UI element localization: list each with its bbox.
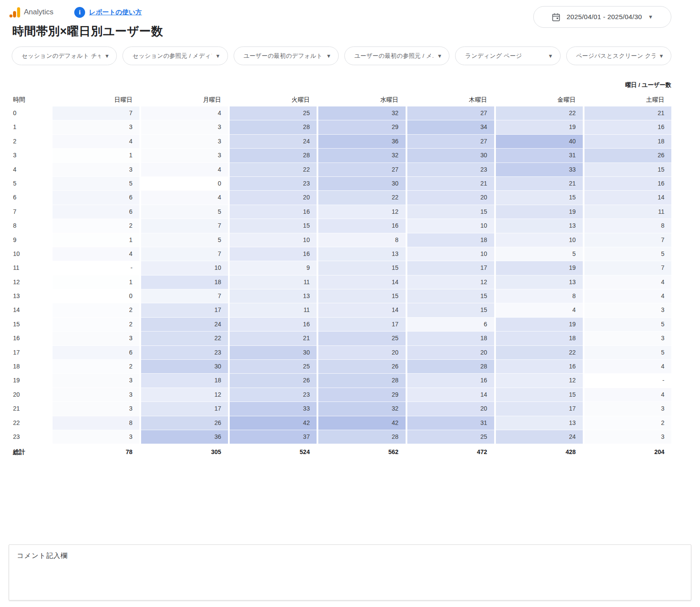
pivot-cell[interactable]: 13 — [496, 416, 583, 430]
pivot-cell[interactable]: 42 — [230, 416, 317, 430]
pivot-cell[interactable]: 26 — [318, 360, 405, 374]
pivot-cell[interactable]: 2 — [53, 360, 139, 374]
help-link[interactable]: レポートの使い方 — [89, 8, 142, 17]
pivot-cell[interactable]: 19 — [496, 205, 583, 219]
pivot-cell[interactable]: 7 — [141, 219, 228, 233]
pivot-cell[interactable]: 36 — [141, 430, 228, 444]
pivot-cell[interactable]: 28 — [318, 374, 405, 388]
pivot-cell[interactable]: 20 — [318, 346, 405, 360]
pivot-cell[interactable]: 25 — [318, 332, 405, 345]
pivot-cell[interactable]: 13 — [496, 275, 583, 289]
pivot-cell[interactable]: 20 — [407, 191, 494, 205]
pivot-cell[interactable]: 37 — [230, 430, 317, 444]
pivot-cell[interactable]: 19 — [496, 261, 583, 275]
info-icon[interactable]: i — [74, 7, 85, 18]
pivot-cell[interactable]: 33 — [230, 402, 317, 416]
pivot-cell[interactable]: 16 — [230, 247, 317, 261]
pivot-cell[interactable]: 12 — [496, 374, 583, 388]
pivot-cell[interactable]: 2 — [584, 416, 671, 430]
pivot-cell[interactable]: 9 — [230, 261, 317, 275]
pivot-cell[interactable]: 28 — [318, 430, 405, 444]
pivot-cell[interactable]: 15 — [496, 191, 583, 205]
pivot-cell[interactable]: 32 — [318, 149, 405, 163]
pivot-cell[interactable]: 4 — [584, 360, 671, 374]
pivot-cell[interactable]: 15 — [496, 388, 583, 402]
pivot-cell[interactable]: 10 — [407, 219, 494, 233]
pivot-cell[interactable]: 17 — [407, 261, 494, 275]
pivot-cell[interactable]: 1 — [53, 149, 139, 163]
pivot-cell[interactable]: 16 — [230, 205, 317, 219]
pivot-cell[interactable]: 25 — [407, 430, 494, 444]
pivot-cell[interactable]: 20 — [230, 191, 317, 205]
pivot-cell[interactable]: 16 — [318, 219, 405, 233]
pivot-cell[interactable]: 13 — [318, 247, 405, 261]
pivot-cell[interactable]: 28 — [230, 149, 317, 163]
pivot-cell[interactable]: 2 — [53, 219, 139, 233]
pivot-cell[interactable]: 23 — [407, 163, 494, 177]
pivot-cell[interactable]: 14 — [318, 275, 405, 289]
pivot-cell[interactable]: 3 — [53, 402, 139, 416]
pivot-cell[interactable]: 11 — [584, 205, 671, 219]
pivot-cell[interactable]: 21 — [230, 332, 317, 345]
pivot-cell[interactable]: 22 — [496, 106, 583, 120]
pivot-cell[interactable]: 28 — [230, 120, 317, 134]
pivot-cell[interactable]: 12 — [407, 275, 494, 289]
pivot-cell[interactable]: 4 — [141, 191, 228, 205]
pivot-cell[interactable]: 22 — [318, 191, 405, 205]
pivot-cell[interactable]: 26 — [230, 374, 317, 388]
pivot-cell[interactable]: 3 — [141, 120, 228, 134]
filter-chip[interactable]: ページパスとスクリーン クラス ▼ — [566, 46, 671, 65]
pivot-cell[interactable]: 16 — [584, 120, 671, 134]
pivot-cell[interactable]: - — [584, 374, 671, 388]
pivot-cell[interactable]: 15 — [407, 205, 494, 219]
pivot-cell[interactable]: 30 — [318, 177, 405, 191]
pivot-cell[interactable]: 3 — [53, 430, 139, 444]
pivot-cell[interactable]: 4 — [584, 289, 671, 303]
pivot-cell[interactable]: 23 — [141, 346, 228, 360]
filter-chip[interactable]: セッションの参照元 / メディア ▼ — [122, 46, 228, 65]
pivot-cell[interactable]: 6 — [53, 191, 139, 205]
pivot-cell[interactable]: 11 — [230, 275, 317, 289]
pivot-cell[interactable]: 12 — [141, 388, 228, 402]
pivot-cell[interactable]: 23 — [230, 388, 317, 402]
pivot-cell[interactable]: 42 — [318, 416, 405, 430]
pivot-cell[interactable]: 4 — [584, 388, 671, 402]
pivot-cell[interactable]: 16 — [584, 177, 671, 191]
comment-box[interactable]: コメント記入欄 — [9, 544, 691, 600]
pivot-cell[interactable]: 0 — [141, 177, 228, 191]
pivot-cell[interactable]: 15 — [230, 219, 317, 233]
pivot-cell[interactable]: 8 — [318, 233, 405, 247]
pivot-cell[interactable]: 3 — [584, 332, 671, 345]
pivot-cell[interactable]: 18 — [496, 332, 583, 345]
pivot-cell[interactable]: 2 — [53, 303, 139, 317]
pivot-cell[interactable]: 0 — [53, 289, 139, 303]
pivot-cell[interactable]: 3 — [141, 135, 228, 149]
pivot-cell[interactable]: 1 — [53, 275, 139, 289]
pivot-cell[interactable]: 8 — [496, 289, 583, 303]
pivot-cell[interactable]: 3 — [53, 374, 139, 388]
pivot-cell[interactable]: 4 — [496, 303, 583, 317]
pivot-cell[interactable]: 24 — [141, 318, 228, 332]
pivot-cell[interactable]: 25 — [230, 360, 317, 374]
pivot-cell[interactable]: 18 — [141, 275, 228, 289]
pivot-cell[interactable]: 14 — [584, 191, 671, 205]
pivot-cell[interactable]: 30 — [141, 360, 228, 374]
pivot-cell[interactable]: 5 — [584, 318, 671, 332]
pivot-cell[interactable]: 4 — [53, 135, 139, 149]
pivot-cell[interactable]: 6 — [53, 205, 139, 219]
pivot-cell[interactable]: 7 — [141, 289, 228, 303]
pivot-cell[interactable]: 29 — [318, 388, 405, 402]
pivot-cell[interactable]: 27 — [407, 135, 494, 149]
pivot-cell[interactable]: 13 — [230, 289, 317, 303]
pivot-cell[interactable]: 5 — [141, 233, 228, 247]
pivot-cell[interactable]: 8 — [53, 416, 139, 430]
pivot-cell[interactable]: 26 — [141, 416, 228, 430]
pivot-cell[interactable]: 15 — [407, 303, 494, 317]
pivot-cell[interactable]: 22 — [141, 332, 228, 345]
pivot-cell[interactable]: 4 — [53, 247, 139, 261]
pivot-cell[interactable]: 7 — [141, 247, 228, 261]
pivot-cell[interactable]: 6 — [53, 346, 139, 360]
filter-chip[interactable]: ランディング ページ ▼ — [455, 46, 560, 65]
pivot-cell[interactable]: 3 — [53, 332, 139, 345]
pivot-cell[interactable]: 3 — [584, 430, 671, 444]
